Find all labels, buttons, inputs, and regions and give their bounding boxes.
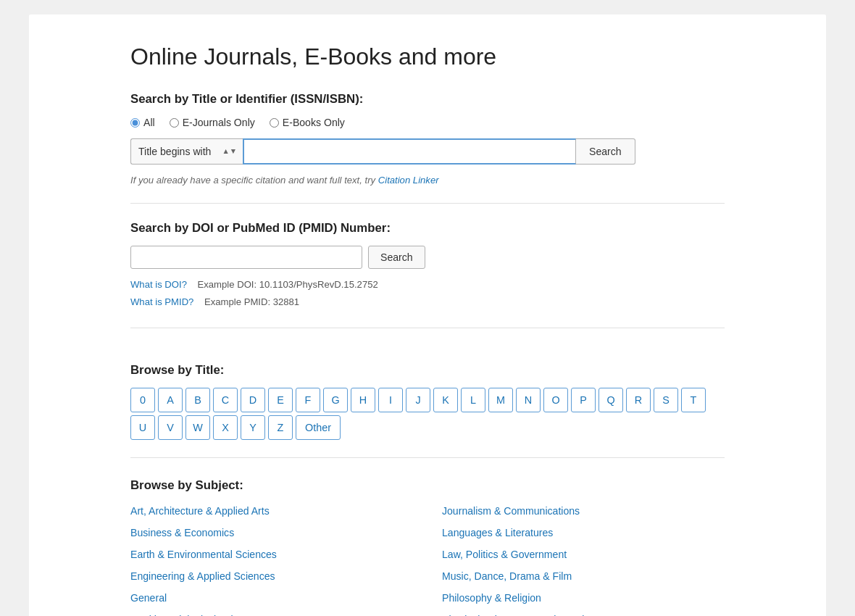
citation-note: If you already have a specific citation … bbox=[130, 175, 725, 186]
letter-btn-0[interactable]: 0 bbox=[130, 388, 155, 412]
page-wrapper: Online Journals, E-Books and more Search… bbox=[29, 14, 826, 616]
browse-title-label: Browse by Title: bbox=[130, 363, 725, 378]
subject-link-col2-3[interactable]: Music, Dance, Drama & Film bbox=[442, 568, 725, 586]
letter-btn-s[interactable]: S bbox=[654, 388, 678, 412]
letter-btn-p[interactable]: P bbox=[571, 388, 596, 412]
letter-btn-w[interactable]: W bbox=[185, 415, 210, 440]
letter-btn-o[interactable]: O bbox=[543, 388, 568, 412]
letter-btn-d[interactable]: D bbox=[241, 388, 265, 412]
letter-btn-u[interactable]: U bbox=[130, 415, 155, 440]
doi-search-button[interactable]: Search bbox=[368, 246, 425, 269]
letter-btn-k[interactable]: K bbox=[433, 388, 458, 412]
browse-subject-label: Browse by Subject: bbox=[130, 478, 725, 493]
search-title-label: Search by Title or Identifier (ISSN/ISBN… bbox=[130, 92, 725, 107]
letter-btn-z[interactable]: Z bbox=[268, 415, 293, 440]
letter-btn-j[interactable]: J bbox=[406, 388, 430, 412]
subject-link-col1-0[interactable]: Art, Architecture & Applied Arts bbox=[130, 503, 413, 520]
radio-ejournals[interactable] bbox=[170, 118, 179, 128]
letter-btn-r[interactable]: R bbox=[626, 388, 651, 412]
letter-btn-other[interactable]: Other bbox=[296, 415, 341, 440]
title-select[interactable]: Title begins with Title contains ISSN/IS… bbox=[130, 138, 243, 165]
radio-all-label[interactable]: All bbox=[130, 117, 155, 128]
letter-btn-b[interactable]: B bbox=[185, 388, 210, 412]
title-search-row: Title begins with Title contains ISSN/IS… bbox=[130, 138, 725, 165]
radio-all-text: All bbox=[143, 117, 155, 128]
doi-search-row: Search bbox=[130, 246, 725, 269]
page-title: Online Journals, E-Books and more bbox=[130, 43, 725, 70]
radio-ejournals-text: E-Journals Only bbox=[183, 117, 255, 128]
doi-search-input[interactable] bbox=[130, 246, 362, 269]
radio-ebooks-label[interactable]: E-Books Only bbox=[270, 117, 345, 128]
doi-example-text: Example DOI: 10.1103/PhysRevD.15.2752 bbox=[198, 279, 378, 290]
search-by-title-section: Search by Title or Identifier (ISSN/ISBN… bbox=[130, 92, 725, 204]
doi-section-label: Search by DOI or PubMed ID (PMID) Number… bbox=[130, 221, 725, 236]
subject-link-col1-1[interactable]: Business & Economics bbox=[130, 525, 413, 542]
radio-ebooks-text: E-Books Only bbox=[283, 117, 345, 128]
letter-btn-h[interactable]: H bbox=[351, 388, 375, 412]
doi-info-line2: What is PMID? Example PMID: 32881 bbox=[130, 294, 725, 311]
letter-btn-e[interactable]: E bbox=[268, 388, 293, 412]
subject-link-col1-4[interactable]: General bbox=[130, 590, 413, 607]
letter-btn-f[interactable]: F bbox=[296, 388, 320, 412]
letter-btn-m[interactable]: M bbox=[488, 388, 513, 412]
doi-info: What is DOI? Example DOI: 10.1103/PhysRe… bbox=[130, 276, 725, 310]
title-select-wrapper: Title begins with Title contains ISSN/IS… bbox=[130, 138, 243, 165]
what-is-doi-link[interactable]: What is DOI? bbox=[130, 279, 187, 290]
letter-btn-q[interactable]: Q bbox=[598, 388, 623, 412]
letter-btn-i[interactable]: I bbox=[378, 388, 403, 412]
radio-ebooks[interactable] bbox=[270, 118, 279, 128]
title-search-button[interactable]: Search bbox=[576, 138, 635, 165]
letter-grid: 0ABCDEFGHIJKLMNOPQRSTUVWXYZOther bbox=[130, 388, 725, 440]
search-by-doi-section: Search by DOI or PubMed ID (PMID) Number… bbox=[130, 221, 725, 328]
pmid-example-text: Example PMID: 32881 bbox=[204, 296, 299, 307]
letter-btn-g[interactable]: G bbox=[323, 388, 348, 412]
subject-link-col1-2[interactable]: Earth & Environmental Sciences bbox=[130, 546, 413, 564]
subject-link-col2-0[interactable]: Journalism & Communications bbox=[442, 503, 725, 520]
citation-linker-link[interactable]: Citation Linker bbox=[378, 175, 439, 186]
letter-btn-n[interactable]: N bbox=[516, 388, 541, 412]
letter-btn-x[interactable]: X bbox=[213, 415, 238, 440]
subject-link-col2-2[interactable]: Law, Politics & Government bbox=[442, 546, 725, 564]
subject-link-col1-5[interactable]: Health & Biological Sciences bbox=[130, 612, 413, 616]
letter-btn-y[interactable]: Y bbox=[241, 415, 265, 440]
letter-btn-c[interactable]: C bbox=[213, 388, 238, 412]
letter-btn-t[interactable]: T bbox=[681, 388, 706, 412]
title-search-input[interactable] bbox=[243, 138, 576, 165]
doi-info-line1: What is DOI? Example DOI: 10.1103/PhysRe… bbox=[130, 276, 725, 294]
letter-btn-a[interactable]: A bbox=[158, 388, 183, 412]
browse-by-title-section: Browse by Title: 0ABCDEFGHIJKLMNOPQRSTUV… bbox=[130, 346, 725, 458]
radio-ejournals-label[interactable]: E-Journals Only bbox=[170, 117, 255, 128]
radio-group: All E-Journals Only E-Books Only bbox=[130, 117, 725, 128]
letter-btn-l[interactable]: L bbox=[461, 388, 485, 412]
browse-by-subject-section: Browse by Subject: Art, Architecture & A… bbox=[130, 458, 725, 616]
what-is-pmid-link[interactable]: What is PMID? bbox=[130, 296, 193, 307]
letter-btn-v[interactable]: V bbox=[158, 415, 183, 440]
radio-all[interactable] bbox=[130, 118, 140, 128]
subject-link-col1-3[interactable]: Engineering & Applied Sciences bbox=[130, 568, 413, 586]
subject-link-col2-1[interactable]: Languages & Literatures bbox=[442, 525, 725, 542]
subject-grid: Art, Architecture & Applied ArtsJournali… bbox=[130, 503, 725, 616]
citation-note-text: If you already have a specific citation … bbox=[130, 175, 378, 186]
subject-link-col2-5[interactable]: Physical Sciences & Mathematics bbox=[442, 612, 725, 616]
subject-link-col2-4[interactable]: Philosophy & Religion bbox=[442, 590, 725, 607]
